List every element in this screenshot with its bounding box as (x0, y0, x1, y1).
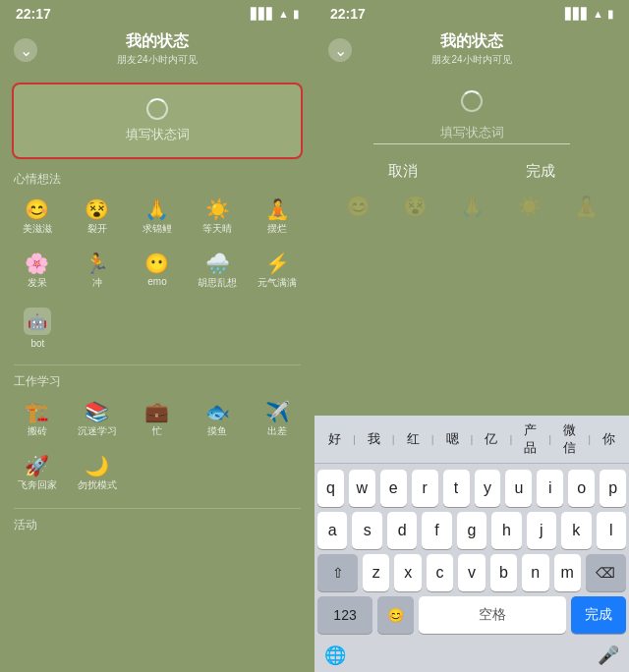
key-l[interactable]: l (597, 512, 626, 549)
work-label-2: 忙 (152, 424, 162, 438)
mood-item-3[interactable]: ☀️ 等天晴 (189, 194, 247, 242)
left-panel: 22:17 ▋▋▋ ▲ ▮ ⌄ 我的状态 朋友24小时内可见 填写状态词 心情想… (0, 0, 314, 672)
mood-item-0[interactable]: 😊 美滋滋 (8, 194, 66, 242)
mood-item-9[interactable]: ⚡ 元气满满 (249, 248, 307, 296)
suggestion-5[interactable]: 产品 (516, 420, 544, 459)
key-b[interactable]: b (490, 554, 517, 591)
suggestion-4[interactable]: 亿 (477, 428, 505, 450)
robot-icon: 🤖 (28, 312, 47, 331)
key-w[interactable]: w (349, 470, 375, 507)
work-item-4[interactable]: ✈️ 出差 (249, 396, 307, 444)
key-e[interactable]: e (380, 470, 407, 507)
work-item-2[interactable]: 💼 忙 (128, 396, 186, 444)
status-bar-left: 22:17 ▋▋▋ ▲ ▮ (0, 0, 314, 24)
cancel-button[interactable]: 取消 (369, 156, 437, 187)
back-chevron-left[interactable]: ⌄ (14, 38, 37, 62)
key-row-4: 123 😊 空格 完成 (317, 596, 626, 634)
wifi-icon: ▲ (278, 8, 289, 20)
key-o[interactable]: o (568, 470, 595, 507)
back-chevron-right[interactable]: ⌄ (328, 38, 352, 62)
key-j[interactable]: j (527, 512, 556, 549)
key-i[interactable]: i (537, 470, 563, 507)
suggestion-0[interactable]: 好 (320, 428, 349, 450)
key-u[interactable]: u (505, 470, 532, 507)
numbers-key[interactable]: 123 (317, 596, 372, 634)
work-item-3[interactable]: 🐟 摸鱼 (189, 396, 247, 444)
work-label-3: 摸鱼 (207, 424, 227, 438)
delete-key[interactable]: ⌫ (586, 554, 626, 591)
key-q[interactable]: q (317, 470, 344, 507)
right-panel: 22:17 ▋▋▋ ▲ ▮ ⌄ 我的状态 朋友24小时内可见 取消 完成 😊 😵… (314, 0, 629, 672)
mood-item-6[interactable]: 🏃 冲 (68, 248, 126, 296)
mood-label-1: 裂开 (87, 222, 107, 236)
key-d[interactable]: d (387, 512, 417, 549)
mood-icon-9: ⚡ (265, 253, 290, 273)
key-y[interactable]: y (475, 470, 501, 507)
spinner-icon-right (461, 90, 483, 112)
emoji-key[interactable]: 😊 (377, 596, 414, 634)
microphone-icon[interactable]: 🎤 (598, 644, 619, 666)
key-f[interactable]: f (422, 512, 451, 549)
battery-icon-r: ▮ (607, 8, 613, 21)
suggestion-6[interactable]: 微信 (555, 420, 584, 459)
wifi-icon-r: ▲ (593, 8, 603, 20)
title-text-left: 我的状态 (117, 31, 197, 52)
key-m[interactable]: m (554, 554, 581, 591)
key-x[interactable]: x (394, 554, 421, 591)
key-n[interactable]: n (522, 554, 548, 591)
key-c[interactable]: c (427, 554, 453, 591)
work-label-4: 出差 (267, 424, 287, 438)
key-r[interactable]: r (412, 470, 438, 507)
mood-icon-1: 😵 (85, 199, 109, 219)
mood-item-8[interactable]: 🌧️ 胡思乱想 (189, 248, 247, 296)
work-item-1[interactable]: 📚 沉迷学习 (68, 396, 126, 444)
mood-item-1[interactable]: 😵 裂开 (68, 194, 126, 242)
work-icon-2: 💼 (144, 402, 169, 421)
work-label-5: 飞奔回家 (18, 478, 57, 492)
suggestion-3[interactable]: 嗯 (438, 428, 467, 450)
work-item-5[interactable]: 🚀 飞奔回家 (8, 450, 66, 498)
key-g[interactable]: g (457, 512, 486, 549)
globe-icon[interactable]: 🌐 (324, 644, 346, 666)
done-button[interactable]: 完成 (506, 156, 575, 187)
keyboard-suggestions: 好 | 我 | 红 | 嗯 | 亿 | 产品 | 微信 | 你 ⌄ (314, 416, 629, 464)
key-z[interactable]: z (363, 554, 389, 591)
suggestion-2[interactable]: 红 (399, 428, 428, 450)
key-a[interactable]: a (317, 512, 347, 549)
work-label-0: 搬砖 (28, 424, 47, 438)
key-h[interactable]: h (491, 512, 521, 549)
key-k[interactable]: k (561, 512, 591, 549)
mood-icon-8: 🌧️ (205, 253, 230, 273)
mood-item-7[interactable]: 😶 emo (128, 248, 186, 296)
mood-item-5[interactable]: 🌸 发呆 (8, 248, 66, 296)
section-mood: 心情想法 (0, 167, 314, 194)
work-grid-1: 🏗️ 搬砖 📚 沉迷学习 💼 忙 🐟 摸鱼 ✈️ 出差 (0, 396, 314, 450)
key-p[interactable]: p (600, 470, 626, 507)
page-title-right: 我的状态 朋友24小时内可见 (431, 28, 511, 73)
work-item-0[interactable]: 🏗️ 搬砖 (8, 396, 66, 444)
spinner-icon-left (146, 98, 168, 120)
status-input-box-left[interactable]: 填写状态词 (12, 83, 303, 159)
bot-item[interactable]: 🤖 bot (8, 302, 68, 355)
mood-item-4[interactable]: 🧘 摆烂 (249, 194, 307, 242)
shift-key[interactable]: ⇧ (317, 554, 358, 591)
work-item-6[interactable]: 🌙 勿扰模式 (68, 450, 126, 498)
mood-item-2[interactable]: 🙏 求锦鲤 (128, 194, 186, 242)
subtitle-text-left: 朋友24小时内可见 (117, 53, 197, 67)
key-t[interactable]: t (443, 470, 470, 507)
bot-label: bot (30, 338, 44, 349)
keyboard-rows: q w e r t y u i o p a s d f g h j k (314, 464, 629, 641)
key-s[interactable]: s (352, 512, 381, 549)
keyboard-done-key[interactable]: 完成 (571, 596, 626, 634)
suggestion-7[interactable]: 你 (595, 428, 623, 450)
mood-icon-4: 🧘 (265, 199, 290, 219)
signal-icons-left: ▋▋▋ ▲ ▮ (251, 8, 299, 21)
header-left: ⌄ 我的状态 朋友24小时内可见 (0, 24, 314, 79)
page-title-left: 我的状态 朋友24小时内可见 (117, 28, 197, 73)
time-left: 22:17 (16, 6, 51, 22)
status-text-input[interactable] (373, 120, 570, 144)
bot-icon: 🤖 (24, 308, 51, 335)
suggestion-1[interactable]: 我 (360, 428, 388, 450)
key-v[interactable]: v (458, 554, 485, 591)
space-key[interactable]: 空格 (419, 596, 566, 634)
